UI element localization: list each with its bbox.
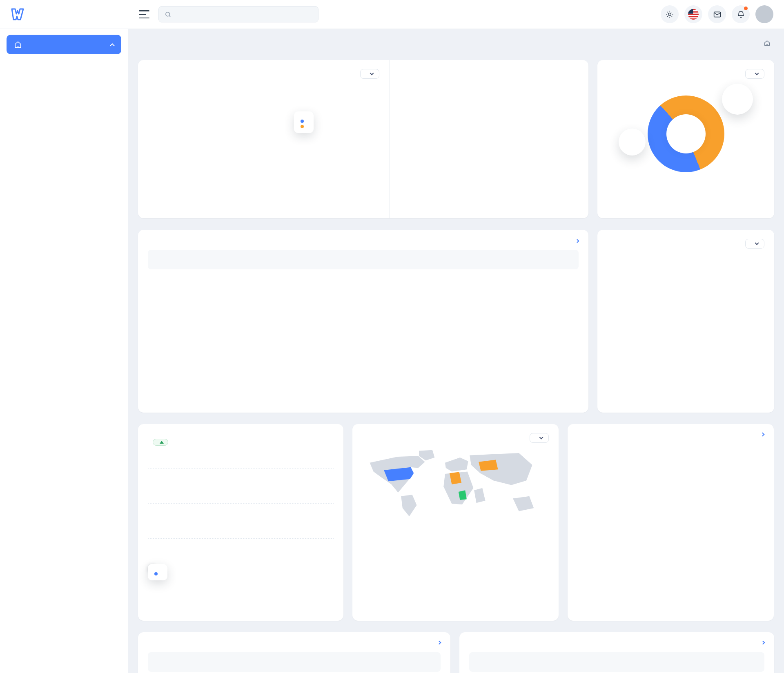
stock-report-card [459,632,774,673]
search-icon [165,11,172,18]
chevron-down-icon [539,435,543,440]
chevron-right-icon [437,641,441,645]
donut [648,96,724,172]
messages-button[interactable] [708,5,726,23]
topbar [128,0,784,29]
sidebar-item-dashboard[interactable] [7,35,121,54]
daily-sales-card [138,424,343,621]
stock-report-table-header [469,652,764,672]
customers-donut-chart [607,79,764,181]
arrow-up-icon [160,441,164,444]
top-customers-view-all[interactable] [758,433,764,436]
chevron-down-icon [755,71,759,76]
daily-sales-tooltip [148,564,167,580]
transactions-card [597,230,774,413]
customers-statistics-card [597,60,774,218]
chevron-up-icon [110,43,114,48]
revenue-bars [174,92,379,194]
breadcrumb[interactable] [764,40,774,47]
revenue-stats-card [138,60,588,218]
chevron-down-icon [755,241,759,245]
notification-dot [744,7,748,10]
customers-legend [607,181,764,191]
stock-report-view-all[interactable] [758,641,764,644]
stats-grid [390,60,588,218]
world-map [362,449,549,517]
user-avatar[interactable] [755,5,773,23]
chevron-right-icon [761,433,765,437]
donut-badge-female [722,84,753,115]
sidebar [0,0,128,673]
recent-orders-card [138,230,588,413]
distribution-period-select[interactable] [530,433,549,443]
transactions-period-select[interactable] [745,239,764,249]
revenue-y-axis [148,92,167,194]
sun-icon [666,10,674,18]
orders-table-header [148,250,579,269]
expenses-dot-icon [301,125,304,128]
customers-period-select[interactable] [745,69,764,79]
logo[interactable] [0,0,128,29]
top-selling-view-all[interactable] [434,641,441,644]
search-input[interactable] [176,11,312,18]
sidebar-menu [0,29,128,58]
revenue-period-select[interactable] [360,69,379,79]
menu-toggle-button[interactable] [139,10,149,18]
topbar-actions [661,5,773,23]
recent-orders-table [148,250,579,269]
distribution-maps-card [352,424,559,621]
top-selling-table-header [148,652,441,672]
chevron-right-icon [761,641,765,645]
language-button[interactable] [684,5,702,23]
notifications-button[interactable] [732,5,750,23]
page-content [128,29,784,673]
recent-orders-view-all[interactable] [572,240,579,242]
theme-toggle-button[interactable] [661,5,679,23]
revenue-bar-chart [172,92,379,194]
top-selling-card [138,632,450,673]
bell-icon [737,10,745,19]
area-chart-svg [148,455,334,564]
dashboard-submenu [7,54,121,58]
sales-dot-icon [154,572,158,575]
donut-badge-male [619,129,646,155]
home-icon [764,40,771,47]
search-box [158,6,318,22]
home-icon [14,40,22,49]
chevron-right-icon [575,239,579,243]
revenue-report [138,60,390,218]
usa-flag-icon [688,9,699,20]
revenue-tooltip [294,111,314,133]
daily-sales-delta-badge [153,439,168,446]
mail-icon [713,10,722,19]
top-customers-card [568,424,774,621]
earning-dot-icon [301,120,304,123]
daily-sales-area-chart [148,455,334,564]
datawave-logo-icon [10,7,25,22]
main-area [128,0,784,673]
chevron-down-icon [370,71,374,76]
app-root [0,0,784,673]
